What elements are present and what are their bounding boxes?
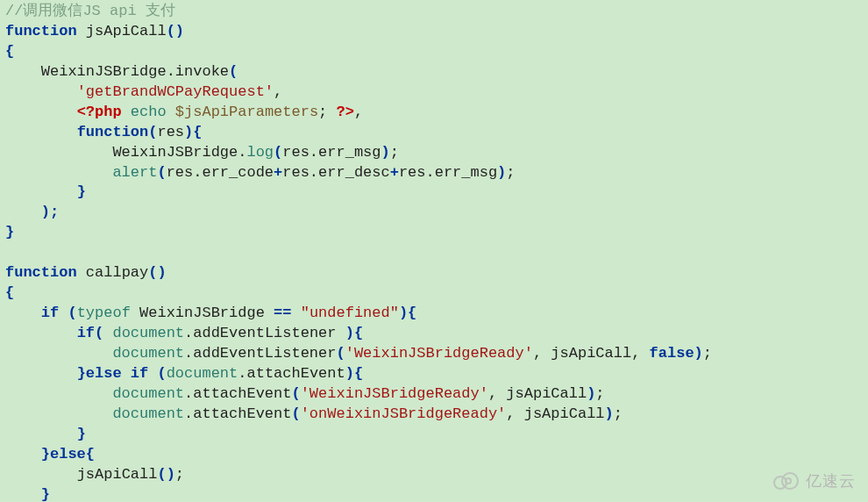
php-var: $jsApiParameters <box>175 104 318 120</box>
ident-document: document <box>112 325 184 341</box>
method-alert: alert <box>112 164 157 181</box>
php-echo: echo <box>122 104 175 120</box>
watermark-text: 亿速云 <box>806 470 856 491</box>
cloud-icon <box>771 471 800 491</box>
kw-function: function <box>5 264 77 281</box>
kw-if: if <box>41 305 59 321</box>
ident: WeixinJSBridge.invoke <box>41 63 229 80</box>
kw-function: function <box>5 23 77 39</box>
fn-name: jsApiCall <box>77 23 167 39</box>
kw-elseif: else if <box>86 365 158 382</box>
kw-typeof: typeof <box>77 305 131 321</box>
kw-else: else <box>50 446 86 463</box>
svg-point-2 <box>786 478 791 484</box>
kw-if: if <box>77 325 95 341</box>
php-open: <?php <box>77 104 122 120</box>
fn-name: callpay <box>77 264 149 281</box>
parens: () <box>167 23 184 39</box>
string: 'getBrandWCPayRequest' <box>77 83 274 100</box>
kw-false: false <box>650 345 694 362</box>
watermark: 亿速云 <box>771 470 856 491</box>
method-log: log <box>246 144 274 161</box>
code-block: //调用微信JS api 支付 function jsApiCall() { W… <box>5 2 863 502</box>
php-close: ?> <box>337 104 354 120</box>
kw-function: function <box>77 124 149 140</box>
brace: { <box>5 43 14 60</box>
comment: //调用微信JS api 支付 <box>5 3 175 19</box>
